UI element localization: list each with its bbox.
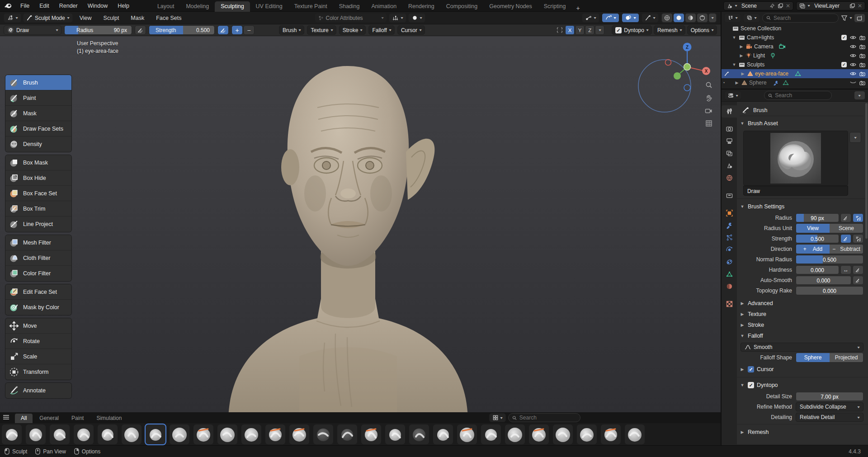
tool-move[interactable]: Move <box>5 318 71 334</box>
auto-smooth-pressure-toggle[interactable] <box>853 276 863 285</box>
dyntopo-checkbox[interactable]: ✓ <box>615 27 622 33</box>
brush-thumbnail-25[interactable] <box>577 424 597 444</box>
brush-thumbnail-13[interactable] <box>289 424 309 444</box>
panel-cursor-header[interactable]: ▶ ✓ Cursor <box>740 364 863 375</box>
outliner-search-input[interactable] <box>774 15 835 21</box>
radius-field[interactable]: 90 px <box>796 213 839 222</box>
direction-add-button[interactable]: + <box>231 25 243 35</box>
disable-render-icon[interactable] <box>859 80 865 85</box>
outliner-search[interactable] <box>762 14 839 23</box>
cursor-style-popover[interactable]: ▾ <box>408 13 425 23</box>
zoom-icon[interactable] <box>705 81 712 89</box>
normal-radius-field[interactable]: 0.500 <box>796 255 863 264</box>
detailing-dropdown[interactable]: Relative Detail ▾ <box>796 413 863 422</box>
view-layer-selector[interactable]: ▾ ViewLayer ✕ <box>796 1 865 10</box>
brush-thumbnail-5[interactable] <box>98 424 118 444</box>
3d-viewport[interactable]: User Perspective (1) eye-area-face <box>0 36 721 412</box>
direction-add-button[interactable]: +Add <box>796 245 830 254</box>
shelf-tab-general[interactable]: General <box>33 414 65 423</box>
mirror-x-button[interactable]: X <box>565 25 575 35</box>
tab-shading[interactable]: Shading <box>333 1 366 12</box>
radius-pressure-toggle[interactable] <box>135 25 146 35</box>
shading-material-button[interactable] <box>685 13 696 23</box>
shelf-search-input[interactable] <box>519 415 576 421</box>
tool-mask-by-color[interactable]: Mask by Color <box>5 300 71 315</box>
shelf-tab-paint[interactable]: Paint <box>66 414 90 423</box>
properties-search[interactable] <box>764 91 832 100</box>
brush-thumbnail-3[interactable] <box>50 424 70 444</box>
menu-help[interactable]: Help <box>113 0 134 12</box>
tool-mesh-filter[interactable]: Mesh Filter <box>5 235 71 250</box>
brush-thumbnail-22[interactable] <box>505 424 525 444</box>
collapse-icon[interactable]: ▼ <box>731 62 737 67</box>
cursor-checkbox[interactable]: ✓ <box>748 366 754 372</box>
popover-stroke[interactable]: Stroke▾ <box>339 25 366 35</box>
falloff-shape-sphere-button[interactable]: Sphere <box>796 353 830 362</box>
strength-pressure-toggle[interactable] <box>217 25 229 35</box>
tab-compositing[interactable]: Compositing <box>440 1 483 12</box>
brush-thumbnail-20[interactable] <box>457 424 477 444</box>
direction-subtract-button[interactable]: − <box>243 25 255 35</box>
expand-icon[interactable]: ▶ <box>739 53 744 58</box>
menu-view[interactable]: View <box>75 12 97 24</box>
brush-thumbnail-16[interactable] <box>361 424 381 444</box>
tab-uv-editing[interactable]: UV Editing <box>250 1 288 12</box>
tool-annotate[interactable]: Annotate <box>5 383 71 398</box>
outliner-row-light[interactable]: ▶ Light <box>722 51 868 60</box>
panel-falloff-header[interactable]: ▼Falloff <box>740 330 863 341</box>
shading-solid-button[interactable] <box>673 13 684 23</box>
tab-geometry-nodes[interactable]: Geometry Nodes <box>483 1 538 12</box>
hardness-pressure-toggle[interactable] <box>853 265 863 274</box>
shelf-search[interactable] <box>508 413 580 422</box>
tab-texture[interactable] <box>722 298 737 310</box>
panel-advanced-header[interactable]: ▶Advanced <box>740 298 863 309</box>
dyntopo-popover[interactable]: ✓ Dyntopo▾ <box>612 25 652 35</box>
detail-size-field[interactable]: 7.00 px <box>796 392 863 401</box>
outliner-row-eye-area-face[interactable]: ▶ eye-area-face <box>722 69 868 78</box>
strength-input-samples-toggle[interactable] <box>853 234 863 243</box>
add-workspace-button[interactable]: + <box>571 5 584 12</box>
popover-cursor[interactable]: Cursor▾ <box>397 25 425 35</box>
brush-thumbnail-6[interactable] <box>122 424 142 444</box>
breadcrumb-brush[interactable]: Brush <box>753 107 767 113</box>
brush-thumbnail-9[interactable] <box>193 424 213 444</box>
collection-exclude-checkbox[interactable]: ✓ <box>841 62 847 67</box>
tab-object-data[interactable] <box>722 268 737 280</box>
tab-render[interactable] <box>722 123 737 135</box>
tool-rotate[interactable]: Rotate <box>5 334 71 349</box>
disable-render-icon[interactable] <box>859 44 865 49</box>
new-view-layer-icon[interactable] <box>849 3 855 9</box>
tab-object[interactable] <box>722 207 737 219</box>
properties-editor-type-dropdown[interactable]: ▾ <box>724 91 741 100</box>
brush-asset-name-field[interactable]: Draw <box>743 186 848 196</box>
tool-box-trim[interactable]: Box Trim <box>5 201 71 217</box>
tab-animation[interactable]: Animation <box>366 1 403 12</box>
remove-view-layer-icon[interactable]: ✕ <box>858 3 862 9</box>
tool-line-project[interactable]: Line Project <box>5 217 71 232</box>
hide-eye-icon[interactable] <box>850 71 856 76</box>
disable-render-icon[interactable] <box>859 53 865 58</box>
tool-scale[interactable]: Scale <box>5 349 71 364</box>
falloff-shape-projected-button[interactable]: Projected <box>830 353 863 362</box>
disable-render-icon[interactable] <box>859 71 865 76</box>
menu-window[interactable]: Window <box>83 0 113 12</box>
mirror-y-button[interactable]: Y <box>575 25 585 35</box>
blender-logo-menu[interactable] <box>0 3 15 9</box>
topology-rake-field[interactable]: 0.000 <box>796 286 863 295</box>
brush-thumbnail-24[interactable] <box>553 424 573 444</box>
new-collection-button[interactable] <box>854 14 865 23</box>
tool-box-face-set[interactable]: Box Face Set <box>5 186 71 201</box>
brush-thumbnail-21[interactable] <box>481 424 501 444</box>
scene-selector[interactable]: ▾ Scene ✕ <box>723 1 793 10</box>
shelf-tab-all[interactable]: All <box>15 414 33 423</box>
menu-face-sets[interactable]: Face Sets <box>151 12 186 24</box>
radius-unit-view-button[interactable]: View <box>796 224 830 233</box>
tab-constraints[interactable] <box>722 256 737 268</box>
menu-edit[interactable]: Edit <box>34 0 54 12</box>
active-brush-dropdown[interactable]: Draw ▾ <box>4 25 61 35</box>
tool-box-mask[interactable]: Box Mask <box>5 155 71 170</box>
panel-brush-asset-header[interactable]: ▼Brush Asset <box>740 118 863 129</box>
menu-render[interactable]: Render <box>54 0 83 12</box>
tab-output[interactable] <box>722 135 737 147</box>
filter-icon[interactable] <box>841 15 848 21</box>
